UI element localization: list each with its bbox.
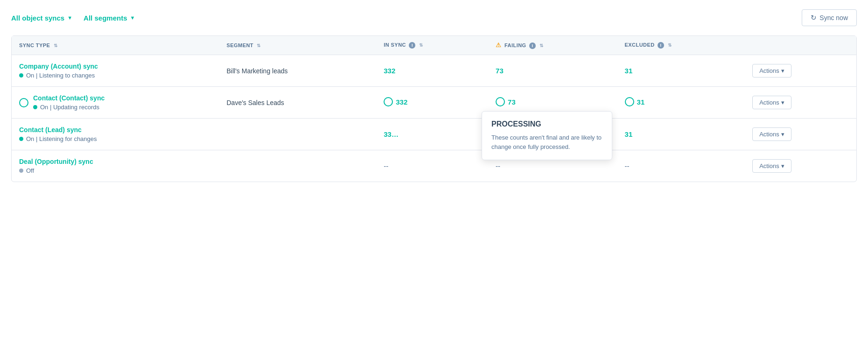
status-text-company: On | Listening to changes	[26, 72, 95, 79]
actions-chevron-contact-contact: ▾	[781, 99, 784, 106]
sync-name-company[interactable]: Company (Account) sync	[19, 63, 211, 70]
all-object-syncs-filter[interactable]: All object syncs ▼	[11, 14, 72, 22]
failing-cell-contact-contact: 73 PROCESSING These counts aren't final …	[488, 87, 617, 119]
excluded-cell-company: 31	[617, 55, 745, 87]
info-icon-in-sync: i	[409, 42, 415, 49]
sort-icon-excluded[interactable]: ⇅	[668, 42, 672, 48]
actions-cell-contact-contact: Actions ▾	[745, 87, 856, 119]
actions-cell-contact-lead: Actions ▾	[745, 119, 856, 150]
sort-icon-failing[interactable]: ⇅	[539, 43, 543, 48]
in-sync-cell-contact-lead: 33…	[376, 119, 488, 150]
excluded-value-contact-lead: 31	[625, 130, 633, 138]
failing-value-contact-contact: 73	[508, 98, 516, 106]
excluded-cell-deal: --	[617, 150, 745, 182]
sync-name-contact-contact[interactable]: Contact (Contact) sync	[33, 94, 105, 102]
table-row: Company (Account) sync On | Listening to…	[12, 55, 856, 87]
table-row: Contact (Contact) sync On | Updating rec…	[12, 87, 856, 119]
in-sync-cell-deal: --	[376, 150, 488, 182]
sync-now-button[interactable]: ↻ Sync now	[802, 9, 857, 26]
sync-status-contact-contact: On | Updating records	[33, 104, 105, 111]
sync-type-cell: Contact (Contact) sync On | Updating rec…	[12, 87, 219, 119]
actions-label-contact-lead: Actions	[759, 131, 779, 138]
sync-type-cell: Deal (Opportunity) sync Off	[12, 150, 219, 182]
popover-title: PROCESSING	[491, 120, 602, 128]
top-bar-filters: All object syncs ▼ All segments ▼	[11, 14, 135, 22]
segment-value-contact-contact: Dave's Sales Leads	[226, 99, 284, 106]
excluded-value-deal: --	[625, 162, 630, 170]
status-text-contact-contact: On | Updating records	[40, 104, 99, 111]
in-sync-cell-contact-contact: 332	[376, 87, 488, 119]
actions-label-deal: Actions	[759, 162, 779, 169]
sort-icon-segment[interactable]: ⇅	[257, 43, 260, 48]
actions-label-company: Actions	[759, 67, 779, 74]
segment-cell-contact-contact: Dave's Sales Leads	[219, 87, 376, 119]
all-segments-chevron: ▼	[130, 15, 135, 21]
circle-outline-failing	[496, 97, 505, 106]
sync-status-company: On | Listening to changes	[19, 72, 211, 79]
excluded-cell-contact-contact: 31	[617, 87, 745, 119]
segment-cell-deal	[219, 150, 376, 182]
actions-cell-company: Actions ▾	[745, 55, 856, 87]
sort-icon-in-sync[interactable]: ⇅	[419, 42, 423, 48]
status-text-contact-lead: On | Listening for changes	[26, 135, 97, 142]
in-sync-loading-contact: 332	[384, 97, 407, 106]
actions-button-contact-contact[interactable]: Actions ▾	[752, 96, 791, 109]
status-dot-green3	[19, 137, 23, 141]
loading-ring-icon	[19, 98, 28, 107]
actions-chevron-deal: ▾	[781, 162, 784, 169]
sync-status-contact-lead: On | Listening for changes	[19, 135, 211, 142]
excluded-value-company: 31	[625, 67, 633, 75]
failing-popover-wrapper: 73 PROCESSING These counts aren't final …	[496, 97, 516, 108]
failing-loading-contact: 73	[496, 97, 516, 106]
actions-chevron-contact-lead: ▾	[781, 131, 784, 138]
sort-icon-sync-type[interactable]: ⇅	[54, 43, 57, 48]
actions-button-deal[interactable]: Actions ▾	[752, 159, 791, 173]
col-in-sync: IN SYNC i ⇅	[376, 36, 488, 55]
info-icon-failing: i	[529, 42, 536, 49]
col-actions	[745, 36, 856, 55]
table-row: Contact (Lead) sync On | Listening for c…	[12, 119, 856, 150]
status-dot-gray	[19, 169, 23, 173]
failing-value-deal: --	[496, 162, 500, 170]
in-sync-value-deal: --	[384, 162, 388, 170]
sync-now-label: Sync now	[819, 14, 848, 21]
in-sync-cell-company: 332	[376, 55, 488, 87]
popover-text: These counts aren't final and are likely…	[491, 133, 602, 151]
segment-cell-company: Bill's Marketing leads	[219, 55, 376, 87]
sync-name-deal[interactable]: Deal (Opportunity) sync	[19, 158, 211, 165]
sync-status-deal: Off	[19, 167, 211, 174]
all-segments-filter[interactable]: All segments ▼	[84, 14, 135, 22]
segment-value-company: Bill's Marketing leads	[226, 67, 287, 75]
actions-label-contact-contact: Actions	[759, 99, 779, 106]
syncs-table: SYNC TYPE ⇅ SEGMENT ⇅ IN SYNC i ⇅ ⚠ FA	[11, 35, 857, 182]
circle-outline-excluded	[625, 97, 634, 106]
actions-button-contact-lead[interactable]: Actions ▾	[752, 127, 791, 141]
table-header-row: SYNC TYPE ⇅ SEGMENT ⇅ IN SYNC i ⇅ ⚠ FA	[12, 36, 856, 55]
actions-button-company[interactable]: Actions ▾	[752, 64, 791, 77]
excluded-loading-contact: 31	[625, 97, 645, 106]
segment-cell-contact-lead	[219, 119, 376, 150]
excluded-cell-contact-lead: 31	[617, 119, 745, 150]
all-segments-label: All segments	[84, 14, 127, 22]
failing-cell-company: 73	[488, 55, 617, 87]
status-dot-green2	[33, 105, 37, 109]
col-sync-type: SYNC TYPE ⇅	[12, 36, 219, 55]
status-text-deal: Off	[26, 167, 34, 174]
top-bar: All object syncs ▼ All segments ▼ ↻ Sync…	[11, 9, 857, 26]
info-icon-excluded: i	[658, 42, 664, 49]
in-sync-value-contact-lead: 33…	[384, 130, 399, 138]
sync-icon: ↻	[811, 14, 817, 22]
all-object-syncs-chevron: ▼	[67, 15, 72, 21]
failing-value-company: 73	[496, 67, 504, 75]
actions-chevron-company: ▾	[781, 67, 784, 74]
warning-icon-failing: ⚠	[496, 42, 501, 49]
in-sync-value-company: 332	[384, 67, 395, 75]
status-dot-green	[19, 73, 23, 77]
sync-type-cell: Contact (Lead) sync On | Listening for c…	[12, 119, 219, 150]
all-object-syncs-label: All object syncs	[11, 14, 64, 22]
col-failing: ⚠ FAILING i ⇅	[488, 36, 617, 55]
sync-name-contact-lead[interactable]: Contact (Lead) sync	[19, 126, 211, 134]
col-segment: SEGMENT ⇅	[219, 36, 376, 55]
processing-popover: PROCESSING These counts aren't final and…	[482, 111, 612, 160]
table-row: Deal (Opportunity) sync Off -- --	[12, 150, 856, 182]
